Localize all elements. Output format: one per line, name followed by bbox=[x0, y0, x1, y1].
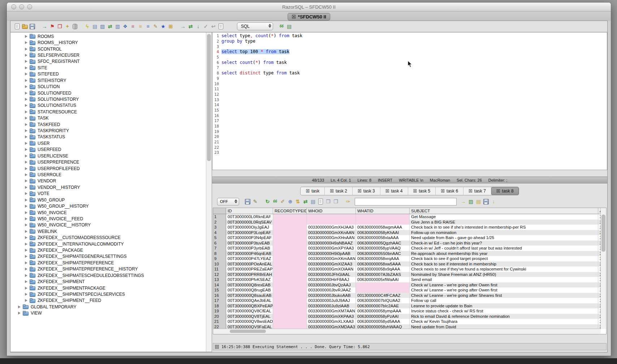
result-tab-task-4[interactable]: ☒task 4 bbox=[380, 187, 408, 195]
tree-item-site[interactable]: SITE bbox=[10, 65, 206, 71]
tree-item-zkfedex-internationalcommodity[interactable]: ZKFEDEX__INTERNATIONALCOMMODITY bbox=[10, 241, 206, 247]
close-tab-icon[interactable]: ☒ bbox=[441, 188, 445, 194]
download-results-icon[interactable]: ↓ bbox=[490, 198, 497, 205]
table-cell[interactable]: Check w/ Kevin Tsujihara bbox=[410, 319, 598, 324]
disclosure-triangle-icon[interactable] bbox=[25, 161, 27, 164]
disclosure-triangle-icon[interactable] bbox=[25, 255, 27, 258]
tree-item-zkfedex-customaddresssource[interactable]: ZKFEDEX__CUSTOMADDRESSSOURCE bbox=[10, 235, 206, 241]
editor-line-17[interactable]: 17 bbox=[212, 118, 607, 124]
table-row[interactable]: 1200T3000000PRR8rEAH0033000000JFhGlAAL00… bbox=[213, 272, 601, 277]
table-cell[interactable] bbox=[273, 298, 307, 303]
table-row[interactable]: 900T3000000P47LYEAZ0033000000GmXKmAAN006… bbox=[213, 256, 601, 261]
column-header-whoid[interactable]: WHOID bbox=[307, 208, 356, 214]
table-cell[interactable] bbox=[273, 230, 307, 235]
table-cell[interactable]: 0033000000JFhGlAAL bbox=[307, 272, 356, 277]
disclosure-triangle-icon[interactable] bbox=[25, 41, 27, 44]
editor-line-18[interactable]: 18 bbox=[212, 124, 607, 129]
table-cell[interactable]: 00630000005S0bnAAC bbox=[356, 251, 410, 256]
table-cell[interactable]: 00630000007A3bZAAS bbox=[356, 272, 410, 277]
row-number-cell[interactable]: 6 bbox=[213, 240, 226, 246]
close-tab-icon[interactable]: ☒ bbox=[469, 188, 473, 194]
table-cell[interactable]: 0033000000JbukoAAB bbox=[307, 293, 356, 298]
table-horizontal-scrollbar[interactable] bbox=[213, 329, 601, 334]
refresh-icon[interactable]: ⇄ bbox=[106, 23, 114, 30]
table-cell[interactable]: 0033000000H9i0pAAB bbox=[307, 251, 356, 256]
editor-line-23[interactable]: 23 bbox=[212, 150, 607, 155]
table-cell[interactable] bbox=[307, 220, 356, 225]
close-tab-icon[interactable]: ☒ bbox=[330, 188, 334, 194]
table-row[interactable]: 700T3000000P3yrbEAB0033000000GmXPYAA3006… bbox=[213, 246, 601, 251]
table-cell[interactable]: 00T3000000QV8CfEAL bbox=[226, 308, 273, 314]
table-cell[interactable] bbox=[273, 282, 307, 288]
table-cell[interactable] bbox=[356, 220, 410, 225]
table-cell[interactable] bbox=[273, 308, 307, 314]
documentation-icon[interactable]: ▥ bbox=[114, 23, 121, 30]
table-cell[interactable]: Check nexis to see if they've found a re… bbox=[410, 266, 598, 272]
tree-item-taskstatus[interactable]: TASKSTATUS bbox=[10, 134, 206, 140]
table-cell[interactable]: Re-approach about membership this year bbox=[410, 251, 598, 256]
table-cell[interactable] bbox=[307, 214, 356, 220]
editor-line-2[interactable]: 2group by type bbox=[212, 39, 607, 44]
table-row[interactable]: 1900T3000000QV8CfEAL0033000000GmXM7AAN00… bbox=[213, 308, 601, 314]
disclosure-triangle-icon[interactable] bbox=[25, 35, 27, 38]
disclosure-triangle-icon[interactable] bbox=[25, 148, 27, 151]
describe-table-icon[interactable]: ▤ bbox=[91, 23, 99, 30]
tree-item-solutionhistory[interactable]: SOLUTIONHISTORY bbox=[10, 96, 206, 102]
table-cell[interactable]: 0033000000GmXIZAA3 bbox=[307, 261, 356, 267]
tree-item-userrole[interactable]: USERROLE bbox=[10, 172, 206, 178]
table-cell[interactable]: Check-in w/ Ed - can he join this year? bbox=[410, 240, 598, 246]
close-tab-icon[interactable]: ☒ bbox=[306, 188, 310, 194]
save-grid-icon[interactable] bbox=[482, 198, 490, 205]
table-cell[interactable] bbox=[273, 266, 307, 272]
table-cell[interactable]: 00T3000000P3N4pEAF bbox=[226, 235, 273, 240]
sql-editor[interactable]: 1select type, count(*) from task2group b… bbox=[212, 32, 607, 170]
editor-line-10[interactable]: 10 bbox=[212, 81, 607, 86]
row-number-cell[interactable]: 9 bbox=[213, 256, 226, 261]
tree-scrollbar-thumb[interactable] bbox=[207, 34, 211, 161]
table-cell[interactable]: Rick to email David & reference Delmonte… bbox=[410, 314, 598, 319]
tree-item-solution[interactable]: SOLUTION bbox=[10, 83, 206, 90]
result-tab-task-7[interactable]: ☒task 7 bbox=[463, 187, 491, 195]
table-cell[interactable]: Need update from David bbox=[410, 324, 598, 329]
table-row[interactable]: 400T3000000P3LopEAF0033000000GmXKnAAN006… bbox=[213, 230, 601, 235]
table-cell[interactable]: 006300000058yd5AAA bbox=[356, 319, 410, 324]
result-tab-task[interactable]: ☒task bbox=[301, 187, 325, 195]
table-row[interactable]: 600T3000000P3tuvEAB0033000000H9aNBAAZ006… bbox=[213, 240, 601, 246]
table-cell[interactable]: 00T3000000L0RknEAF bbox=[226, 214, 273, 220]
editor-line-11[interactable]: 11 bbox=[212, 86, 607, 92]
table-cell[interactable]: 006300000058yhWAAQ bbox=[356, 324, 410, 329]
export-page-icon[interactable]: ▨ bbox=[467, 198, 475, 205]
tree-item-vote[interactable]: VOTE bbox=[10, 191, 206, 197]
disclosure-triangle-icon[interactable] bbox=[25, 179, 27, 182]
table-cell[interactable]: 00T3000000L0RqSEAV bbox=[226, 220, 273, 225]
sort-lines-icon[interactable]: ≡ bbox=[137, 23, 144, 30]
column-header-id[interactable]: ID bbox=[226, 208, 273, 214]
commit-icon[interactable]: ✓ bbox=[202, 23, 210, 30]
table-cell[interactable]: Check w/ Leanne - we're going after Shea… bbox=[410, 293, 598, 298]
tree-item-zkfedex-shipment-feed[interactable]: ZKFEDEX__SHIPMENT__FEED bbox=[10, 298, 206, 304]
save-file-icon[interactable] bbox=[29, 23, 36, 30]
table-cell[interactable]: 0033000000GmXHJAA3 bbox=[307, 225, 356, 230]
disclosure-triangle-icon[interactable] bbox=[25, 142, 27, 145]
tree-item-zkfedex-shipmentspecialservices[interactable]: ZKFEDEX__SHIPMENTSPECIALSERVICES bbox=[10, 291, 206, 297]
table-cell[interactable] bbox=[273, 220, 307, 225]
table-cell[interactable]: 0033000000H9aNBAAZ bbox=[307, 240, 356, 246]
result-tab-task-6[interactable]: ☒task 6 bbox=[436, 187, 463, 195]
execute-sql-icon[interactable]: ϟ bbox=[83, 23, 91, 30]
column-header-whatid[interactable]: WHATID bbox=[356, 208, 410, 214]
disclosure-triangle-icon[interactable] bbox=[25, 293, 27, 296]
table-cell[interactable]: 00T3000000P47LYEAZ bbox=[226, 256, 273, 261]
table-cell[interactable]: 00630000005QgzhAAC bbox=[356, 240, 410, 246]
tree-item-userpreference[interactable]: USERPREFERENCE bbox=[10, 159, 206, 165]
tree-item-zkfedex-shipmategeneralsettings[interactable]: ZKFEDEX__SHIPMATEGENERALSETTINGS bbox=[10, 254, 206, 260]
editor-line-3[interactable]: 3 bbox=[212, 44, 607, 49]
disclosure-triangle-icon[interactable] bbox=[25, 249, 27, 252]
refresh-results-icon[interactable]: ↻ bbox=[264, 198, 271, 205]
table-cell[interactable]: Check back in to see if she's interested… bbox=[410, 225, 598, 230]
disclosure-triangle-icon[interactable] bbox=[25, 280, 27, 283]
tree-item-taskfeed[interactable]: TASKFEED bbox=[10, 121, 206, 127]
table-cell[interactable] bbox=[273, 324, 307, 329]
tree-item-userfeed[interactable]: USERFEED bbox=[10, 147, 206, 153]
database-tree-panel[interactable]: ROOMSROOMS__HISTORYSCONTROLSELFSERVICEUS… bbox=[10, 32, 212, 352]
table-cell[interactable]: Give Jenn a BIG RAISE bbox=[410, 220, 598, 225]
